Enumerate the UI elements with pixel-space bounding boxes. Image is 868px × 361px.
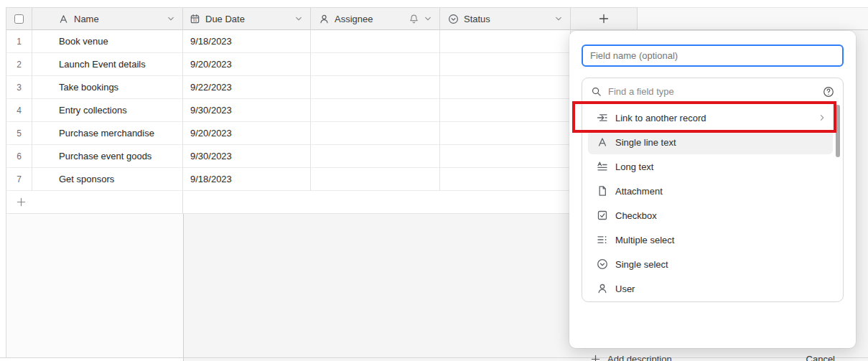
cell-name[interactable]: Book venue (32, 30, 183, 53)
cell-name[interactable]: Get sponsors (32, 168, 183, 191)
grid-header: Name Due Date Assignee Status (6, 7, 868, 30)
cell-status[interactable] (440, 168, 571, 191)
field-type-label: Multiple select (615, 235, 827, 245)
cancel-button[interactable]: Cancel (806, 354, 844, 361)
field-type-option[interactable]: Single line text (588, 130, 833, 154)
row-number[interactable]: 7 (6, 168, 32, 191)
field-type-option[interactable]: Long text (588, 154, 833, 179)
add-field-popup: Link to another record Single line text … (569, 31, 856, 348)
field-type-option[interactable]: User (588, 276, 833, 301)
field-type-icon (597, 258, 608, 270)
cell-assignee[interactable] (311, 76, 440, 99)
field-type-label: User (615, 283, 827, 294)
add-field-button[interactable] (571, 7, 638, 30)
add-description-button[interactable]: Add description (582, 354, 672, 361)
field-type-icon (597, 185, 608, 197)
table-row: 5 Purchase merchandise 9/20/2023 (6, 122, 571, 145)
table-row: 2 Launch Event details 9/20/2023 (6, 53, 571, 76)
text-field-icon (58, 14, 69, 24)
person-icon (319, 14, 330, 24)
column-header-status[interactable]: Status (440, 7, 571, 30)
field-name-input[interactable] (582, 44, 844, 67)
select-all-cell[interactable] (6, 7, 32, 30)
cell-name[interactable]: Take bookings (32, 76, 183, 99)
chevron-down-icon[interactable] (423, 14, 433, 24)
header-filler (638, 7, 868, 30)
help-icon[interactable] (823, 86, 834, 98)
cell-status[interactable] (440, 145, 571, 168)
cell-assignee[interactable] (311, 53, 440, 76)
field-type-icon (597, 234, 608, 245)
cell-name[interactable]: Launch Event details (32, 53, 183, 76)
cell-status[interactable] (440, 53, 571, 76)
field-type-icon (597, 112, 608, 123)
chevron-down-icon[interactable] (166, 14, 176, 24)
bell-icon[interactable] (409, 14, 419, 24)
row-number[interactable]: 6 (6, 145, 32, 168)
add-record-row-wrap (6, 191, 571, 214)
add-record-cell-extension (183, 191, 571, 214)
column-header-due-date[interactable]: Due Date (183, 7, 311, 30)
chevron-down-icon[interactable] (554, 14, 564, 24)
row-number[interactable]: 1 (6, 30, 32, 53)
column-label: Status (464, 14, 554, 24)
cell-due-date[interactable]: 9/30/2023 (183, 99, 311, 122)
cell-assignee[interactable] (311, 99, 440, 122)
field-type-listbox: Link to another record Single line text … (582, 78, 844, 302)
cell-name[interactable]: Entry collections (32, 99, 183, 122)
cell-due-date[interactable]: 9/18/2023 (183, 30, 311, 53)
cell-due-date[interactable]: 9/20/2023 (183, 53, 311, 76)
cell-due-date[interactable]: 9/20/2023 (183, 122, 311, 145)
record-rows: 1 Book venue 9/18/2023 2 Launch Event de… (6, 30, 571, 191)
row-number[interactable]: 5 (6, 122, 32, 145)
plus-icon (16, 197, 27, 207)
select-all-checkbox[interactable] (14, 14, 24, 24)
field-type-options: Link to another record Single line text … (582, 106, 843, 301)
field-type-option[interactable]: Attachment (588, 179, 833, 203)
cell-status[interactable] (440, 99, 571, 122)
field-type-label: Link to another record (615, 113, 810, 123)
field-type-label: Checkbox (615, 210, 827, 221)
add-record-row[interactable] (6, 191, 571, 214)
cell-due-date[interactable]: 9/18/2023 (183, 168, 311, 191)
field-type-option[interactable]: Link to another record (588, 106, 833, 130)
cell-status[interactable] (440, 30, 571, 53)
cell-assignee[interactable] (311, 30, 440, 53)
listbox-scrollbar-thumb[interactable] (836, 105, 840, 157)
field-type-label: Single line text (615, 137, 827, 148)
add-description-label: Add description (607, 354, 672, 361)
field-type-option[interactable]: Checkbox (588, 203, 833, 228)
cell-status[interactable] (440, 122, 571, 145)
calendar-icon (190, 14, 200, 24)
search-icon (591, 86, 602, 97)
cell-name[interactable]: Purchase merchandise (32, 122, 183, 145)
cell-due-date[interactable]: 9/22/2023 (183, 76, 311, 99)
column-label: Name (74, 14, 166, 24)
chevron-down-icon[interactable] (294, 14, 304, 24)
field-type-option[interactable]: Single select (588, 252, 833, 276)
row-number[interactable]: 3 (6, 76, 32, 99)
chevron-right-icon (817, 113, 827, 123)
table-row: 4 Entry collections 9/30/2023 (6, 99, 571, 122)
cell-assignee[interactable] (311, 168, 440, 191)
cell-status[interactable] (440, 76, 571, 99)
cell-assignee[interactable] (311, 145, 440, 168)
field-type-label: Long text (615, 161, 827, 172)
grid-background-below-left (6, 214, 183, 357)
cell-assignee[interactable] (311, 122, 440, 145)
cell-name[interactable]: Purchase event goods (32, 145, 183, 168)
field-type-search-row (582, 78, 843, 105)
column-header-assignee[interactable]: Assignee (311, 7, 440, 30)
field-type-option[interactable]: Multiple select (588, 228, 833, 252)
table-row: 1 Book venue 9/18/2023 (6, 30, 571, 53)
grid-view: Name Due Date Assignee Status 1 (0, 0, 868, 361)
field-type-search-input[interactable] (608, 86, 816, 97)
plus-icon (590, 354, 601, 361)
cell-due-date[interactable]: 9/30/2023 (183, 145, 311, 168)
row-number[interactable]: 4 (6, 99, 32, 122)
column-header-name[interactable]: Name (32, 7, 183, 30)
table-row: 7 Get sponsors 9/18/2023 (6, 168, 571, 191)
row-number[interactable]: 2 (6, 53, 32, 76)
single-select-icon (448, 14, 459, 24)
add-record-cell[interactable] (6, 191, 183, 214)
